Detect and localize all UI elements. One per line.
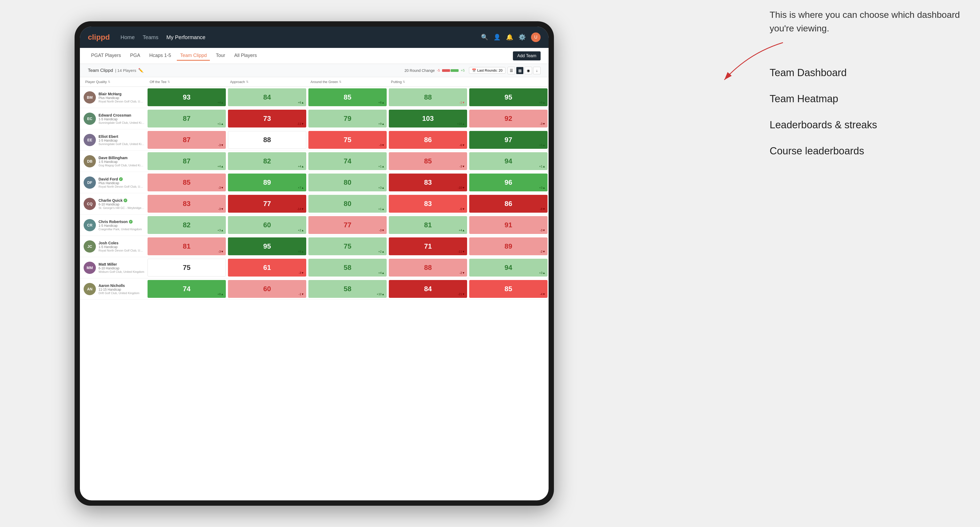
- score-change: -8▼: [540, 207, 546, 211]
- view-download-button[interactable]: ↓: [533, 67, 541, 74]
- score-value: 71: [424, 242, 432, 251]
- col-header-tee: Off the Tee ⇅: [146, 77, 227, 86]
- score-value: 83: [183, 200, 191, 208]
- score-cell: 85 -4▼: [469, 280, 547, 298]
- player-club: Gog Magog Golf Club, United Kingdom: [99, 163, 144, 167]
- player-club: Craigmillar Park, United Kingdom: [99, 227, 144, 231]
- player-avatar: EE: [84, 134, 96, 146]
- nav-home[interactable]: Home: [120, 33, 135, 41]
- subnav-team-clippd[interactable]: Team Clippd: [177, 51, 210, 61]
- score-cell: 74 +1▲: [309, 152, 387, 170]
- table-row[interactable]: BM Blair McHarg Plus Handicap Royal Nort…: [80, 87, 549, 108]
- search-icon[interactable]: 🔍: [481, 34, 488, 41]
- sort-player-icon[interactable]: ⇅: [108, 80, 110, 84]
- score-cell: 95 +9▲: [469, 88, 547, 106]
- player-club: Drift Golf Club, United Kingdom: [99, 291, 144, 295]
- player-name: Matt Miller: [99, 262, 144, 267]
- view-list-button[interactable]: ☰: [508, 67, 515, 74]
- edit-team-icon[interactable]: ✏️: [138, 68, 143, 73]
- player-club: Sunningdale Golf Club, United Kingdom: [99, 121, 144, 124]
- round-change-label: 20 Round Change: [404, 68, 435, 73]
- player-details: Aaron Nicholls 11-15 Handicap Drift Golf…: [99, 284, 144, 295]
- table-row[interactable]: AN Aaron Nicholls 11-15 Handicap Drift G…: [80, 278, 549, 300]
- player-club: Sunningdale Golf Club, United Kingdom: [99, 142, 144, 146]
- score-value: 87: [183, 157, 191, 165]
- player-name: Elliot Ebert: [99, 135, 144, 139]
- view-grid-button[interactable]: ▦: [516, 67, 523, 74]
- score-change: -6▼: [460, 143, 465, 147]
- add-team-button[interactable]: Add Team: [513, 51, 541, 60]
- table-row[interactable]: DB Dave Billingham 1-5 Handicap Gog Mago…: [80, 151, 549, 172]
- score-value: 94: [504, 264, 512, 272]
- sort-around-green-icon[interactable]: ⇅: [339, 80, 341, 84]
- score-change: -4▼: [540, 292, 546, 296]
- column-headers: Player Quality ⇅ Off the Tee ⇅ Approach …: [80, 77, 549, 87]
- player-handicap: Plus Handicap: [99, 96, 144, 100]
- score-cell: 83 -3▼: [148, 195, 226, 213]
- score-cell: 87 -3▼: [148, 131, 226, 149]
- score-change: +5▲: [539, 143, 546, 147]
- score-value: 75: [344, 136, 352, 144]
- player-info: DF David Ford ✓ Plus Handicap Royal Nort…: [80, 172, 146, 193]
- player-avatar: AN: [84, 283, 96, 295]
- score-change: -3▼: [379, 143, 385, 147]
- menu-options: Team Dashboard Team Heatmap Leaderboards…: [770, 67, 972, 157]
- sort-approach-icon[interactable]: ⇅: [246, 80, 248, 84]
- last-rounds-button[interactable]: 📅 Last Rounds: 20: [469, 67, 506, 74]
- score-value: 88: [263, 136, 271, 144]
- score-change: +9▲: [379, 122, 385, 125]
- score-change: -6▼: [460, 207, 465, 211]
- score-change: -21▼: [458, 292, 465, 296]
- score-cell: 82 +4▲: [228, 152, 306, 170]
- score-change: -11▼: [297, 122, 304, 125]
- score-change: +1▲: [379, 207, 385, 211]
- score-value: 81: [183, 242, 191, 251]
- user-icon[interactable]: 👤: [493, 34, 501, 41]
- score-cell: 83 -10▼: [389, 173, 467, 191]
- subnav-hcaps[interactable]: Hcaps 1-5: [146, 51, 174, 61]
- subnav-tour[interactable]: Tour: [213, 51, 228, 61]
- last-rounds-value: 20: [499, 68, 503, 72]
- player-details: Dave Billingham 1-5 Handicap Gog Magog G…: [99, 156, 144, 167]
- user-avatar[interactable]: U: [531, 32, 541, 42]
- score-change: +2▲: [379, 250, 385, 253]
- table-row[interactable]: EC Edward Crossman 1-5 Handicap Sunningd…: [80, 108, 549, 129]
- nav-icons: 🔍 👤 🔔 ⚙️ U: [481, 32, 541, 42]
- score-value: 94: [504, 157, 512, 165]
- subnav-all-players[interactable]: All Players: [231, 51, 260, 61]
- score-value: 89: [504, 242, 512, 251]
- col-header-around-green: Around the Green ⇅: [307, 77, 388, 86]
- score-change: -2▼: [540, 250, 546, 253]
- subnav-pgat[interactable]: PGAT Players: [88, 51, 124, 61]
- score-value: 79: [344, 114, 352, 123]
- table-row[interactable]: DF David Ford ✓ Plus Handicap Royal Nort…: [80, 172, 549, 193]
- bell-icon[interactable]: 🔔: [506, 34, 513, 41]
- settings-icon[interactable]: ⚙️: [519, 34, 526, 41]
- score-change: +1▲: [539, 165, 546, 168]
- table-row[interactable]: MM Matt Miller 6-10 Handicap Woburn Golf…: [80, 257, 549, 278]
- score-change: +3▲: [539, 271, 546, 275]
- score-cell: 95 +8▲: [228, 237, 306, 255]
- table-row[interactable]: EE Elliot Ebert 1-5 Handicap Sunningdale…: [80, 129, 549, 151]
- player-info: JC Josh Coles 1-5 Handicap Royal North D…: [80, 236, 146, 257]
- table-row[interactable]: CQ Charlie Quick ✓ 6-10 Handicap St. Geo…: [80, 193, 549, 214]
- sort-tee-icon[interactable]: ⇅: [167, 80, 170, 84]
- score-cell: 91 -3▼: [469, 216, 547, 234]
- score-change: +15▲: [457, 122, 465, 125]
- option-leaderboards: Leaderboards & streaks: [770, 119, 972, 131]
- table-row[interactable]: CR Chris Robertson ✓ 1-5 Handicap Craigm…: [80, 214, 549, 236]
- score-value: 77: [263, 200, 271, 208]
- score-value: 85: [183, 178, 191, 187]
- score-change: +4▲: [218, 165, 224, 168]
- player-avatar: DF: [84, 176, 96, 189]
- nav-teams[interactable]: Teams: [143, 33, 158, 41]
- nav-my-performance[interactable]: My Performance: [167, 33, 205, 41]
- score-value: 87: [183, 136, 191, 144]
- table-row[interactable]: JC Josh Coles 1-5 Handicap Royal North D…: [80, 236, 549, 257]
- player-club: Woburn Golf Club, United Kingdom: [99, 270, 144, 273]
- view-heatmap-button[interactable]: ◉: [525, 67, 532, 74]
- score-value: 86: [504, 200, 512, 208]
- sort-putting-icon[interactable]: ⇅: [402, 80, 405, 84]
- subnav-pga[interactable]: PGA: [127, 51, 143, 61]
- score-change: -14▼: [297, 207, 304, 211]
